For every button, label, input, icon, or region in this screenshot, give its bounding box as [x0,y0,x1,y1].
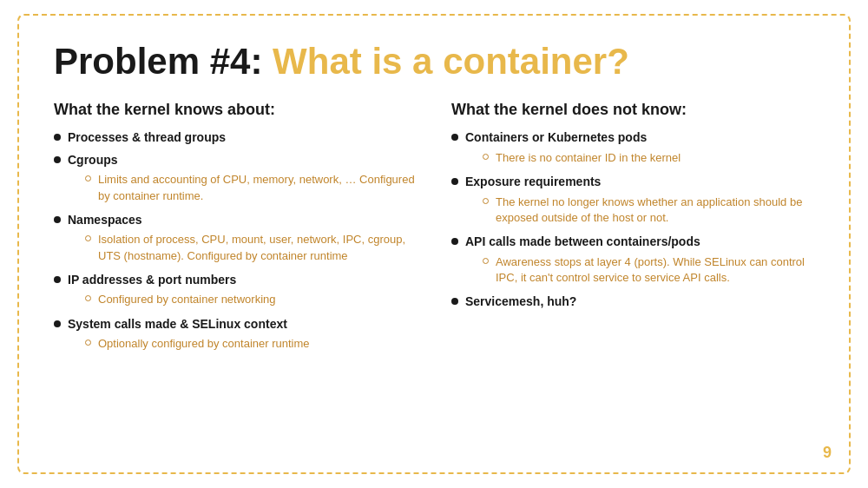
list-item: Configured by container networking [85,292,276,307]
bullet-dot-icon [54,216,61,223]
bullet-label: Containers or Kubernetes pods [465,130,647,144]
sub-circle-icon [483,154,489,160]
bullet-dot-icon [451,178,458,185]
list-item: API calls made between containers/pods A… [451,234,814,288]
list-item: System calls made & SELinux context Opti… [54,316,417,355]
sub-list: There is no container ID in the kernel [465,150,681,166]
list-item: The kernel no longer knows whether an ap… [483,195,814,226]
right-bullet-list: Containers or Kubernetes pods There is n… [451,129,814,310]
bullet-dot-icon [54,320,61,327]
sub-circle-icon [85,340,91,346]
list-item: Processes & thread groups [54,129,417,147]
list-item: Servicemesh, huh? [451,293,814,311]
list-item: Optionally configured by container runti… [85,336,310,352]
bullet-label: Namespaces [68,213,142,227]
sub-list: Optionally configured by container runti… [68,336,310,352]
right-column: What the kernel does not know: Container… [451,101,814,359]
sub-list: Limits and accounting of CPU, memory, ne… [68,172,417,203]
sub-circle-icon [85,295,91,301]
left-column: What the kernel knows about: Processes &… [54,101,417,359]
bullet-label: Servicemesh, huh? [465,293,576,311]
sub-label: Awareness stops at layer 4 (ports). Whil… [496,254,814,286]
list-item: Isolation of process, CPU, mount, user, … [85,232,417,263]
list-item: IP addresses & port numbers Configured b… [54,272,417,311]
list-item: Namespaces Isolation of process, CPU, mo… [54,212,417,267]
sub-label: There is no container ID in the kernel [496,150,681,166]
page-number: 9 [823,444,832,462]
left-bullet-list: Processes & thread groups Cgroups Limits… [54,129,417,354]
right-column-title: What the kernel does not know: [451,101,814,119]
list-item: Exposure requirements The kernel no long… [451,174,814,228]
sub-label: The kernel no longer knows whether an ap… [496,195,814,226]
sub-circle-icon [85,175,91,181]
left-column-title: What the kernel knows about: [54,101,417,119]
list-item: There is no container ID in the kernel [483,150,681,166]
sub-circle-icon [85,235,91,241]
title-orange: What is a container? [273,41,629,82]
list-item: Awareness stops at layer 4 (ports). Whil… [483,254,814,286]
bullet-dot-icon [451,134,458,141]
slide-title: Problem #4: What is a container? [54,42,814,82]
bullet-label: Cgroups [68,153,118,167]
title-black: Problem #4: [54,41,273,82]
sub-list: Awareness stops at layer 4 (ports). Whil… [465,254,814,286]
bullet-label: API calls made between containers/pods [465,234,700,248]
bullet-dot-icon [54,134,61,141]
sub-label: Isolation of process, CPU, mount, user, … [98,232,417,263]
bullet-dot-icon [451,298,458,305]
slide: Problem #4: What is a container? What th… [17,14,851,474]
bullet-label: Exposure requirements [465,175,601,188]
sub-list: Configured by container networking [68,292,276,307]
content-columns: What the kernel knows about: Processes &… [54,101,814,359]
list-item: Limits and accounting of CPU, memory, ne… [85,172,417,203]
bullet-label: System calls made & SELinux context [68,317,287,331]
list-item: Containers or Kubernetes pods There is n… [451,129,814,168]
bullet-dot-icon [54,276,61,283]
sub-circle-icon [483,258,489,264]
bullet-label: IP addresses & port numbers [68,273,236,287]
bullet-dot-icon [54,156,61,163]
sub-list: Isolation of process, CPU, mount, user, … [68,232,417,263]
bullet-dot-icon [451,238,458,245]
bullet-label: Processes & thread groups [68,129,226,147]
sub-label: Limits and accounting of CPU, memory, ne… [98,172,417,203]
sub-list: The kernel no longer knows whether an ap… [465,195,814,226]
sub-label: Optionally configured by container runti… [98,336,310,352]
sub-circle-icon [483,198,489,204]
list-item: Cgroups Limits and accounting of CPU, me… [54,152,417,207]
sub-label: Configured by container networking [98,292,276,307]
